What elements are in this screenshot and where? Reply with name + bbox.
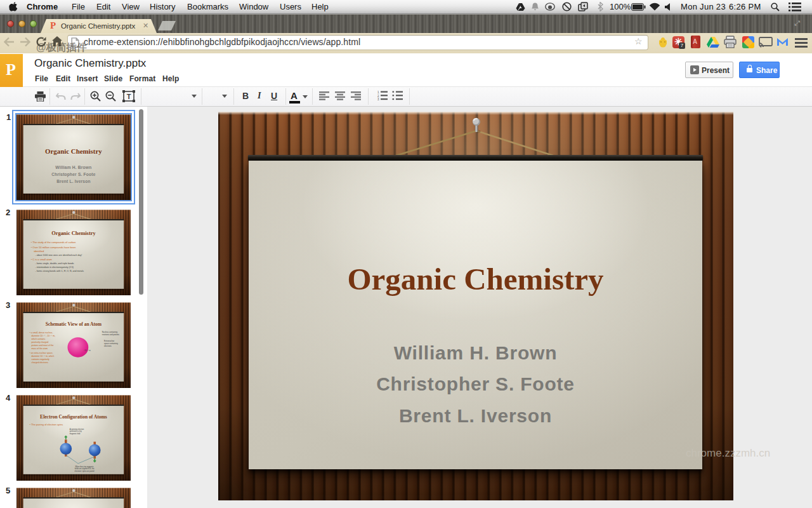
- svg-text:3: 3: [377, 98, 379, 100]
- svg-text:2: 2: [377, 95, 379, 98]
- svg-text:1: 1: [377, 91, 379, 94]
- svg-text:T: T: [127, 93, 131, 100]
